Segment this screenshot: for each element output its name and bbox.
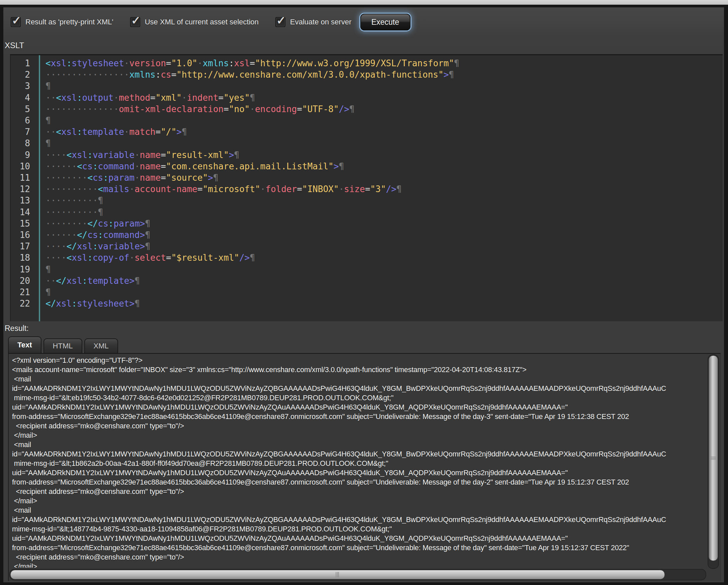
code-text: ··············omit-xml-declaration="no"·… bbox=[37, 103, 355, 115]
result-line: mime-msg-id="&lt;1b862a2b-00aa-42a1-880f… bbox=[12, 459, 707, 468]
result-line: <recipient address="mko@censhare.com" ty… bbox=[12, 553, 707, 562]
line-number: 10 bbox=[11, 161, 37, 172]
code-text: ····<xsl:copy-of·select="$result-xml"/>¶ bbox=[37, 252, 255, 263]
line-number: 8 bbox=[11, 137, 37, 149]
line-number: 15 bbox=[11, 218, 37, 229]
result-line: <mail bbox=[12, 506, 707, 515]
line-number: 14 bbox=[11, 206, 37, 218]
code-line: 21¶ bbox=[11, 286, 723, 298]
code-line: 17····</xsl:variable>¶ bbox=[11, 240, 723, 252]
tab-text[interactable]: Text bbox=[8, 336, 42, 353]
line-number: 5 bbox=[11, 103, 37, 115]
result-line: mime-msg-id="&lt;148774b4-9875-4330-aa18… bbox=[12, 525, 707, 534]
result-line: id="AAMkADRkNDM1Y2IxLWY1MWYtNDAwNy1hMDU1… bbox=[12, 515, 707, 525]
line-number: 9 bbox=[11, 149, 37, 161]
result-text-area[interactable]: <?xml version="1.0" encoding="UTF-8"?><m… bbox=[12, 356, 707, 567]
line-number: 6 bbox=[11, 115, 37, 126]
line-number: 20 bbox=[11, 275, 37, 286]
use-xml-label: Use XML of current asset selection bbox=[145, 18, 259, 26]
line-number: 16 bbox=[11, 229, 37, 240]
result-section-label: Result: bbox=[5, 324, 29, 333]
result-line: <mail bbox=[12, 375, 707, 384]
checkmark-icon: ✓ bbox=[131, 14, 141, 27]
line-number: 19 bbox=[11, 264, 37, 275]
xslt-code-editor[interactable]: 1<xsl:stylesheet·version="1.0"·xmlns:xsl… bbox=[10, 54, 723, 321]
code-text: ········<cs:param·name="source">¶ bbox=[37, 172, 218, 183]
line-number: 11 bbox=[11, 172, 37, 183]
tab-xml[interactable]: XML bbox=[84, 338, 118, 353]
result-tabs: TextHTMLXML bbox=[8, 336, 120, 353]
result-line: uid="AAMkADRkNDM1Y2IxLWY1MWYtNDAwNy1hMDU… bbox=[12, 534, 707, 543]
tab-html[interactable]: HTML bbox=[44, 338, 82, 353]
code-text: </xsl:stylesheet>¶ bbox=[37, 298, 140, 309]
result-line: mime-msg-id="&lt;eb19fc50-34b2-4077-8dc6… bbox=[12, 393, 707, 403]
line-number: 7 bbox=[11, 126, 37, 137]
result-line: </mail> bbox=[12, 562, 707, 567]
code-text: ······<cs:command·name="com.censhare.api… bbox=[37, 161, 344, 172]
code-line: 10······<cs:command·name="com.censhare.a… bbox=[11, 161, 723, 172]
checkbox-group-use-xml: ✓ Use XML of current asset selection bbox=[130, 17, 259, 27]
code-text: ¶ bbox=[37, 286, 51, 298]
code-line: 2················xmlns:cs="http://www.ce… bbox=[11, 69, 723, 80]
line-number: 1 bbox=[11, 57, 37, 69]
code-text: ¶ bbox=[37, 115, 51, 126]
evaluate-server-checkbox[interactable]: ✓ bbox=[275, 17, 285, 27]
line-number: 21 bbox=[11, 286, 37, 298]
result-line: <?xml version="1.0" encoding="UTF-8"?> bbox=[12, 356, 707, 365]
code-line: 9····<xsl:variable·name="result-xml">¶ bbox=[11, 149, 723, 161]
code-text: ··········¶ bbox=[37, 206, 103, 218]
code-line: 18····<xsl:copy-of·select="$result-xml"/… bbox=[11, 252, 723, 263]
use-xml-checkbox[interactable]: ✓ bbox=[130, 17, 140, 27]
code-line: 19¶ bbox=[11, 264, 723, 275]
line-number: 22 bbox=[11, 298, 37, 309]
code-text: ··<xsl:template·match="/">¶ bbox=[37, 126, 187, 137]
app-panel: ✓ Result as 'pretty-print XML' ✓ Use XML… bbox=[3, 7, 724, 582]
result-line: uid="AAMkADRkNDM1Y2IxLWY1MWYtNDAwNy1hMDU… bbox=[12, 403, 707, 412]
line-number: 18 bbox=[11, 252, 37, 263]
line-number: 3 bbox=[11, 80, 37, 92]
code-pane: 1<xsl:stylesheet·version="1.0"·xmlns:xsl… bbox=[11, 57, 723, 309]
code-line: 8¶ bbox=[11, 137, 723, 149]
code-line: 11········<cs:param·name="source">¶ bbox=[11, 172, 723, 183]
code-text: <xsl:stylesheet·version="1.0"·xmlns:xsl=… bbox=[37, 57, 459, 69]
result-line: <mail bbox=[12, 440, 707, 450]
execute-button[interactable]: Execute bbox=[360, 14, 411, 30]
line-number: 2 bbox=[11, 69, 37, 80]
code-line: 4··<xsl:output·method="xml"·indent="yes"… bbox=[11, 92, 723, 103]
evaluate-server-label: Evaluate on server bbox=[290, 18, 351, 26]
pretty-print-checkbox[interactable]: ✓ bbox=[11, 17, 21, 27]
code-line: 12··········<mails·account-name="microso… bbox=[11, 183, 723, 195]
checkbox-group-pretty-print: ✓ Result as 'pretty-print XML' bbox=[11, 17, 113, 27]
code-text: ····<xsl:variable·name="result-xml">¶ bbox=[37, 149, 239, 161]
result-line: from-address="MicrosoftExchange329e71ec8… bbox=[12, 478, 707, 487]
horizontal-scrollbar[interactable] bbox=[9, 569, 706, 580]
code-line: 15········</cs:param>¶ bbox=[11, 218, 723, 229]
scrollbar-grip-icon bbox=[710, 457, 716, 459]
code-text: ········</cs:param>¶ bbox=[37, 218, 150, 229]
code-text: ¶ bbox=[37, 137, 51, 149]
result-box: <?xml version="1.0" encoding="UTF-8"?><m… bbox=[8, 353, 721, 581]
code-line: 6¶ bbox=[11, 115, 723, 126]
code-line: 13··········¶ bbox=[11, 195, 723, 206]
code-text: ····</xsl:variable>¶ bbox=[37, 240, 150, 252]
result-line: from-address="MicrosoftExchange329e71ec8… bbox=[12, 543, 707, 553]
result-line: <mails account-name="microsoft" folder="… bbox=[12, 365, 707, 375]
toolbar: ✓ Result as 'pretty-print XML' ✓ Use XML… bbox=[3, 12, 724, 32]
result-line: </mail> bbox=[12, 431, 707, 440]
code-line: 16······</cs:command>¶ bbox=[11, 229, 723, 240]
checkmark-icon: ✓ bbox=[12, 14, 21, 27]
checkmark-icon: ✓ bbox=[276, 14, 286, 27]
line-number: 12 bbox=[11, 183, 37, 195]
code-text: ··<xsl:output·method="xml"·indent="yes"¶ bbox=[37, 92, 255, 103]
result-line: <recipient address="mko@censhare.com" ty… bbox=[12, 421, 707, 431]
result-line: id="AAMkADRkNDM1Y2IxLWY1MWYtNDAwNy1hMDU1… bbox=[12, 384, 707, 393]
vertical-scrollbar-thumb[interactable] bbox=[709, 355, 718, 561]
vertical-scrollbar[interactable] bbox=[708, 354, 719, 569]
result-line: <recipient address="mko@censhare.com" ty… bbox=[12, 487, 707, 496]
code-text: ¶ bbox=[37, 80, 51, 92]
xslt-section-label: XSLT bbox=[5, 41, 24, 50]
code-text: ··········<mails·account-name="microsoft… bbox=[37, 183, 402, 195]
code-text: ················xmlns:cs="http://www.cen… bbox=[37, 69, 454, 80]
horizontal-scrollbar-thumb[interactable] bbox=[10, 570, 665, 579]
line-number: 4 bbox=[11, 92, 37, 103]
